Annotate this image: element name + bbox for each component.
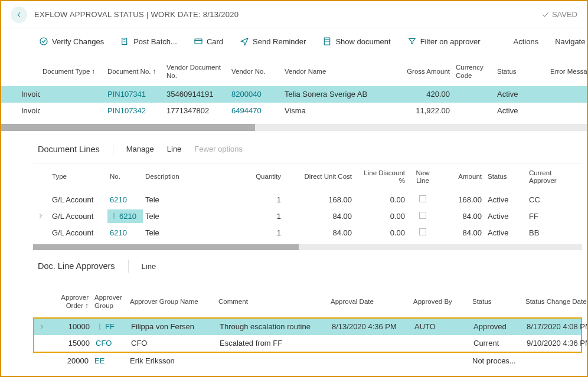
cell-group[interactable]: CFO [96,339,112,348]
saved-indicator: SAVED [541,10,577,19]
action-toolbar: Verify Changes Post Batch... Card Send R… [1,28,587,54]
cell-desc: Tele [143,209,226,223]
doc-lines-grid-header: Type No. Description Quantity Direct Uni… [33,163,582,192]
svg-point-13 [113,218,115,219]
send-icon [240,37,249,46]
document-row[interactable]: InvoicePIN10734217713478026494470Visma11… [1,103,587,119]
cell-comment [216,359,328,363]
cell-group[interactable]: FF [105,322,115,331]
col-error[interactable]: Error Message [548,67,588,77]
doc-line-row[interactable]: G/L Account6210Tele184.000.0084.00Active… [33,224,582,241]
cell-currency [453,92,495,97]
row-indicator [34,321,51,333]
col-vendor-name[interactable]: Vendor Name [282,67,388,77]
approver-row[interactable]: 10000FFFilippa von FersenThrough escalat… [34,319,581,335]
approvers-grid-header: Approver Order ↑ Approver Group Approver… [33,288,582,316]
scrollbar-main[interactable] [1,124,587,131]
cell-type: G/L Account [50,193,107,206]
cell-approval-date: 8/13/2020 4:36 PM [329,320,412,333]
navigate-menu[interactable]: Navigate [555,37,585,46]
approvers-title: Doc. Line Approvers [38,261,115,271]
row-menu-icon[interactable] [110,212,118,220]
cell-group-name: CFO [129,336,217,350]
cell-group[interactable]: EE [94,356,104,365]
cell-approved-by [412,341,471,346]
manage-menu[interactable]: Manage [126,145,154,153]
col-currency[interactable]: Currency Code [453,63,495,81]
check-circle-icon [39,37,48,46]
card-button[interactable]: Card [194,37,223,46]
cell-cost: 84.00 [285,226,355,240]
cell-gross: 420.00 [388,87,453,101]
col-doc-type[interactable]: Document Type ↑ [40,67,105,77]
row-indicator [33,359,50,363]
cell-desc: Tele [143,193,226,206]
approvers-header: Doc. Line Approvers Line [33,254,582,278]
cell-group-name: Erik Eriksson [128,354,216,368]
cell-disc: 0.00 [355,226,409,240]
cell-amount: 84.00 [438,209,485,223]
cell-cost: 84.00 [285,209,355,223]
col-doc-no[interactable]: Document No. ↑ [105,67,164,77]
doc-line-row[interactable]: G/L Account6210Tele1168.000.00168.00Acti… [33,191,582,208]
cell-no[interactable]: 6210 [110,228,127,237]
card-icon [194,37,203,46]
cell-error [548,109,588,113]
cell-approver: BB [527,226,574,240]
cell-newline[interactable] [409,226,438,240]
doc-lines-grid: Type No. Description Quantity Direct Uni… [33,163,582,241]
back-button[interactable] [11,6,27,23]
col-status[interactable]: Status [495,67,548,77]
line-menu[interactable]: Line [167,145,182,153]
post-batch-button[interactable]: Post Batch... [120,37,177,46]
cell-amount: 84.00 [438,226,485,240]
cell-line-status: Active [485,226,527,240]
cell-type: G/L Account [50,226,107,240]
cell-status: Active [495,104,548,117]
filter-approver-button[interactable]: Filter on approver [407,37,481,46]
cell-vendor-no[interactable]: 6494470 [229,104,282,117]
cell-approver-status: Not proces... [470,354,523,368]
cell-vendor-no[interactable]: 8200040 [229,87,282,101]
cell-qty: 1 [226,226,285,240]
row-arrow-icon [0,86,1,103]
document-row[interactable]: InvoicePIN107341354609141918200040Telia … [1,86,587,103]
cell-desc: Tele [143,226,226,240]
fewer-options-lines[interactable]: Fewer options [194,145,243,153]
cell-comment: Through escalation routine [217,320,329,333]
highlighted-approver-rows: 10000FFFilippa von FersenThrough escalat… [33,317,582,353]
cell-type: G/L Account [50,209,107,223]
scrollbar-lines[interactable] [33,244,582,250]
approver-row[interactable]: 20000EEErik ErikssonNot proces... [33,353,582,369]
cell-qty: 1 [226,193,285,206]
col-gross[interactable]: Gross Amount [388,67,453,77]
cell-doc-no[interactable]: PIN107341 [105,87,164,101]
cell-no[interactable]: 6210 [110,195,127,204]
cell-no[interactable]: 6210 [119,212,136,221]
show-document-button[interactable]: Show document [322,37,390,46]
verify-changes-button[interactable]: Verify Changes [39,37,104,46]
svg-rect-2 [195,39,202,44]
send-reminder-button[interactable]: Send Reminder [240,37,306,46]
cell-approver-status: Approved [471,320,524,333]
cell-doc-no[interactable]: PIN107342 [105,104,164,117]
row-menu-icon[interactable] [96,323,104,331]
cell-newline[interactable] [409,209,438,223]
cell-newline[interactable] [409,193,438,206]
document-icon [322,37,332,46]
col-vendor-no[interactable]: Vendor No. [229,67,282,77]
approvers-line-menu[interactable]: Line [142,262,156,271]
cell-comment: Escalated from FF [217,336,329,350]
row-indicator [33,230,50,235]
cell-approver: CC [527,193,574,206]
cell-approval-date [328,359,411,363]
cell-currency [453,109,495,113]
cell-vendor-doc-no: 35460914191 [164,87,229,101]
documents-grid: Document Type ↑ Document No. ↑ Vendor Do… [1,58,587,119]
svg-point-14 [99,324,100,325]
actions-menu[interactable]: Actions [514,37,539,46]
col-vendor-doc-no[interactable]: Vendor Document No. [164,63,229,81]
doc-line-row[interactable]: G/L Account6210Tele184.000.0084.00Active… [33,208,582,224]
approver-row[interactable]: 15000CFOCFOEscalated from FFCurrent9/10/… [34,335,581,352]
cell-approved-by: AUTO [412,320,471,333]
